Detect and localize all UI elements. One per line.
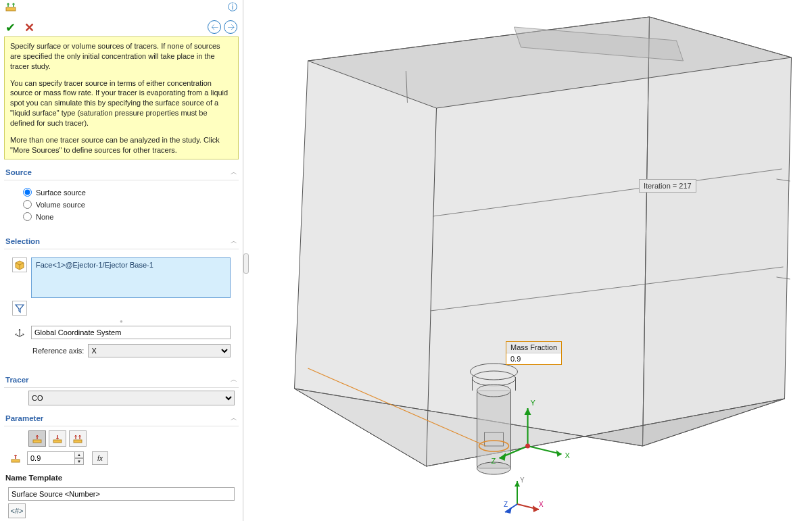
axis-y-label: Y [531,399,536,407]
section-selection: Selection ︿ Face<1>@Ejector-1/Ejector Ba… [4,234,239,367]
section-source: Source ︿ Surface source Volume source No… [4,165,239,228]
viewport-3d[interactable]: X Y Z Iteration = 217 Mass Fraction 0.9 … [243,0,812,521]
spin-up[interactable]: ▲ [74,451,84,458]
nav-forward-button[interactable]: 🡢 [224,20,237,34]
section-title: Tracer [5,376,29,384]
svg-rect-3 [74,440,82,443]
value-icon [8,451,23,466]
chevron-up-icon: ︿ [231,375,237,384]
axis-z-label: Z [492,457,496,465]
chevron-up-icon: ︿ [231,414,237,423]
section-header-source[interactable]: Source ︿ [4,165,239,180]
coordinate-system-row [12,325,231,340]
svg-point-34 [525,444,530,449]
radio-input[interactable] [23,212,32,221]
axis-x-label: X [565,451,571,460]
iteration-label: Iteration = 217 [639,179,696,193]
panel-scroll-area[interactable]: Specify surface or volume sources of tra… [0,36,243,521]
tracer-select[interactable]: CO [28,391,235,405]
section-body-source: Surface source Volume source None [4,180,239,228]
nav-back-button[interactable]: 🡠 [208,20,221,34]
section-tracer: Tracer ︿ CO [4,372,239,405]
section-parameter: Parameter ︿ ▲▼ fx [4,411,239,466]
param-mode-3[interactable] [69,430,87,447]
callout-header: Mass Fraction [506,342,561,353]
selection-item: Face<1>@Ejector-1/Ejector Base-1 [36,261,153,269]
insert-number-button[interactable]: <#> [8,503,26,518]
axis-label: Reference axis: [32,347,84,355]
name-template-input[interactable] [8,487,235,501]
param-mode-1[interactable] [28,430,46,447]
section-title: Name Template [5,474,62,482]
section-header-selection[interactable]: Selection ︿ [4,234,239,249]
feature-icon [5,1,16,14]
callout-value: 0.9 [506,353,561,364]
hash-label: <#> [11,507,24,515]
resize-grip[interactable]: ● [8,318,235,321]
axis-select[interactable]: X [88,344,231,357]
radio-input[interactable] [23,200,32,209]
face-select-icon[interactable] [12,257,27,272]
radio-surface-source[interactable]: Surface source [23,188,235,197]
filter-button[interactable] [12,301,27,316]
fx-button[interactable]: fx [92,451,108,465]
section-header-tracer[interactable]: Tracer ︿ [4,372,239,388]
reference-axis-row: Reference axis: X [32,344,231,357]
panel-toolbar: ⓘ ✔ ✕ 🡠 🡢 [0,0,243,36]
radio-volume-source[interactable]: Volume source [23,200,235,209]
svg-point-22 [477,384,511,397]
help-icon[interactable]: ⓘ [228,1,237,14]
radio-label: Surface source [36,189,86,197]
svg-line-28 [528,446,562,454]
parameter-value-row: ▲▼ fx [8,451,235,466]
mass-fraction-callout[interactable]: Mass Fraction 0.9 [506,341,562,365]
section-name-template: Name Template <#> [4,471,239,518]
section-title: Selection [5,237,40,245]
svg-text:X: X [539,501,544,508]
info-paragraph: Specify surface or volume sources of tra… [10,41,233,72]
svg-rect-4 [11,460,20,462]
svg-rect-1 [33,440,41,443]
info-paragraph: You can specify tracer source in terms o… [10,78,233,128]
svg-rect-0 [6,7,16,11]
info-paragraph: More than one tracer source can be analy… [10,135,233,155]
panel-resize-grip[interactable] [243,253,249,274]
radio-label: None [36,213,53,221]
section-title: Source [5,168,32,176]
param-mode-2[interactable] [49,430,66,447]
ok-button[interactable]: ✔ [5,20,16,35]
svg-rect-2 [53,440,62,443]
chevron-up-icon: ︿ [231,237,237,246]
spin-down[interactable]: ▼ [74,458,84,465]
name-template-input-wrap [8,487,235,501]
coord-system-icon [12,325,27,340]
svg-marker-5 [643,17,792,446]
parameter-mode-buttons [28,430,235,447]
value-spinner[interactable]: ▲▼ [27,451,88,465]
property-panel: ⓘ ✔ ✕ 🡠 🡢 Specify surface or volume sour… [0,0,243,521]
tracer-dropdown-wrap: CO [28,391,235,405]
radio-label: Volume source [36,201,85,209]
coord-system-input[interactable] [31,326,231,339]
value-input[interactable] [27,451,74,465]
svg-text:Y: Y [520,477,525,484]
selection-list[interactable]: Face<1>@Ejector-1/Ejector Base-1 [31,257,231,298]
radio-none[interactable]: None [23,212,235,221]
section-title: Parameter [5,414,43,422]
view-orientation-triad[interactable]: Y X Z [504,477,544,516]
section-header-parameter[interactable]: Parameter ︿ [4,411,239,426]
svg-text:Z: Z [504,501,508,508]
section-header-name-template[interactable]: Name Template [4,471,239,485]
radio-input[interactable] [23,188,32,197]
scene-3d[interactable]: X Y Z [243,0,812,521]
selection-faces: Face<1>@Ejector-1/Ejector Base-1 [12,257,231,298]
fx-label: fx [97,455,103,462]
cancel-button[interactable]: ✕ [24,20,34,35]
svg-marker-36 [515,481,520,487]
info-box: Specify surface or volume sources of tra… [4,36,239,159]
chevron-up-icon: ︿ [231,168,237,177]
